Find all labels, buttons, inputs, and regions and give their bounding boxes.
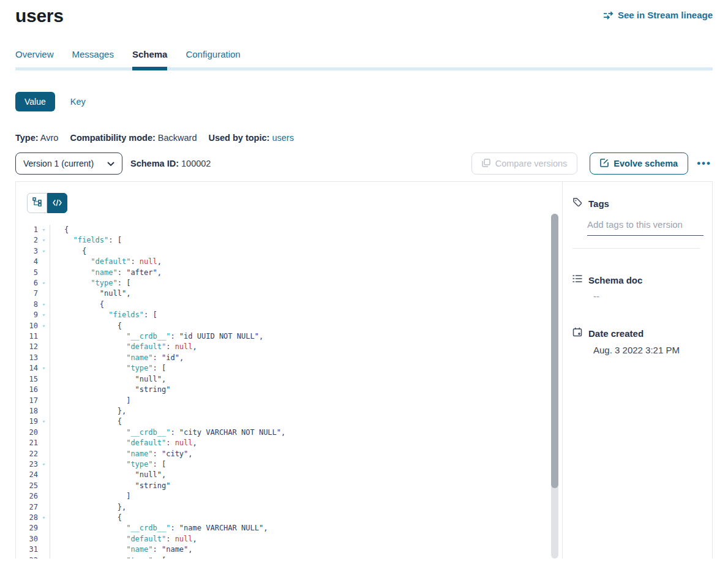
line-number: 31 — [16, 544, 38, 555]
tab-overview[interactable]: Overview — [15, 49, 54, 67]
line-number: 22 — [16, 449, 38, 459]
code-text: { — [50, 225, 69, 235]
fold-gutter — [38, 385, 50, 395]
line-number: 7 — [16, 288, 38, 299]
fold-arrow[interactable]: ▾ — [38, 246, 50, 257]
tags-input[interactable] — [587, 219, 704, 236]
key-button[interactable]: Key — [70, 97, 86, 107]
evolve-schema-button[interactable]: Evolve schema — [590, 152, 688, 175]
tab-schema[interactable]: Schema — [132, 49, 168, 67]
schema-panel: 1▾{2▾ "fields": [3▾ {4 "default": null,5… — [15, 181, 713, 559]
fold-gutter — [38, 544, 50, 555]
fold-arrow[interactable]: ▾ — [38, 459, 50, 470]
fold-gutter — [38, 523, 50, 533]
code-line: 11 "__crdb__": "id UUID NOT NULL", — [16, 331, 550, 342]
fold-arrow[interactable]: ▾ — [38, 235, 50, 246]
code-text: "name": "id", — [50, 353, 184, 363]
fold-gutter — [38, 342, 50, 352]
fold-arrow[interactable]: ▾ — [38, 321, 50, 331]
scrollbar[interactable] — [551, 214, 558, 488]
fold-gutter — [38, 353, 50, 363]
line-number: 6 — [16, 278, 38, 288]
line-number: 16 — [16, 385, 38, 395]
line-number: 20 — [16, 427, 38, 438]
fold-gutter — [38, 331, 50, 342]
line-number: 28 — [16, 513, 38, 523]
code-text: "fields": [ — [50, 310, 157, 320]
fold-arrow[interactable]: ▾ — [38, 416, 50, 427]
scrollbar-track — [551, 214, 558, 559]
code-text: "default": null, — [50, 257, 162, 267]
fold-arrow[interactable]: ▾ — [38, 513, 50, 523]
fold-arrow[interactable]: ▾ — [38, 363, 50, 374]
topic-link[interactable]: users — [272, 133, 293, 143]
code-line: 6▾ "type": [ — [16, 278, 550, 288]
more-options-button[interactable]: ••• — [696, 155, 713, 172]
code-line: 17 ] — [16, 396, 550, 406]
fold-gutter — [38, 449, 50, 459]
code-text: "fields": [ — [50, 235, 122, 246]
compare-versions-button[interactable]: Compare versions — [471, 152, 578, 175]
code-text: "name": "after", — [50, 268, 162, 278]
line-number: 18 — [16, 406, 38, 416]
subject-toggle: Value Key — [15, 92, 713, 111]
code-line: 31 "name": "name", — [16, 544, 550, 555]
version-select[interactable]: Version 1 (current) — [15, 152, 122, 175]
code-section: 1▾{2▾ "fields": [3▾ {4 "default": null,5… — [16, 182, 563, 559]
code-line: 24 "null", — [16, 470, 550, 480]
fold-arrow[interactable]: ▾ — [38, 555, 50, 559]
fold-gutter — [38, 470, 50, 480]
tab-messages[interactable]: Messages — [72, 49, 114, 67]
value-button[interactable]: Value — [15, 92, 55, 111]
tab-bar: Overview Messages Schema Configuration — [15, 49, 713, 70]
tree-view-toggle[interactable] — [27, 193, 47, 213]
line-number: 5 — [16, 268, 38, 278]
code-line: 7 "null", — [16, 288, 550, 299]
code-line: 29 "__crdb__": "name VARCHAR NULL", — [16, 523, 550, 533]
fold-arrow[interactable]: ▾ — [38, 310, 50, 320]
schema-id: Schema ID: 100002 — [130, 159, 211, 168]
code-text: { — [50, 246, 86, 257]
code-line: 13 "name": "id", — [16, 353, 550, 363]
schema-doc-value: -- — [593, 291, 700, 301]
tag-icon — [572, 197, 582, 209]
line-number: 14 — [16, 363, 38, 374]
code-text: "string" — [50, 385, 170, 395]
page-title: users — [15, 5, 64, 27]
view-toggle — [27, 193, 67, 213]
code-text: "type": [ — [50, 278, 130, 288]
code-text: { — [50, 416, 122, 427]
code-line: 28▾ { — [16, 513, 550, 523]
code-text: "null", — [50, 288, 130, 299]
code-text: "name": "name", — [50, 544, 193, 555]
chevron-down-icon — [107, 159, 114, 168]
code-line: 1▾{ — [16, 225, 550, 235]
code-line: 3▾ { — [16, 246, 550, 257]
fold-arrow[interactable]: ▾ — [38, 299, 50, 310]
fold-arrow[interactable]: ▾ — [38, 225, 50, 235]
fold-arrow[interactable]: ▾ — [38, 278, 50, 288]
list-icon — [572, 274, 582, 285]
code-text: "type": [ — [50, 459, 166, 470]
code-text: "name": "city", — [50, 449, 193, 459]
code-line: 8▾ { — [16, 299, 550, 310]
line-number: 21 — [16, 438, 38, 448]
fold-gutter — [38, 534, 50, 544]
line-number: 11 — [16, 331, 38, 342]
code-text: "null", — [50, 374, 166, 385]
fold-gutter — [38, 438, 50, 448]
page-header: users See in Stream lineage — [15, 0, 713, 27]
code-view-toggle[interactable] — [47, 193, 67, 213]
tree-view-icon — [32, 197, 42, 209]
tab-configuration[interactable]: Configuration — [186, 49, 240, 67]
code-line: 21 "default": null, — [16, 438, 550, 448]
code-text: "__crdb__": "id UUID NOT NULL", — [50, 331, 263, 342]
stream-lineage-icon — [603, 11, 614, 20]
stream-lineage-link[interactable]: See in Stream lineage — [603, 10, 713, 20]
used-by-topic-field: Used by topic: users — [208, 133, 293, 143]
line-number: 8 — [16, 299, 38, 310]
code-text: "string" — [50, 481, 170, 491]
line-number: 24 — [16, 470, 38, 480]
line-number: 19 — [16, 416, 38, 427]
line-number: 15 — [16, 374, 38, 385]
